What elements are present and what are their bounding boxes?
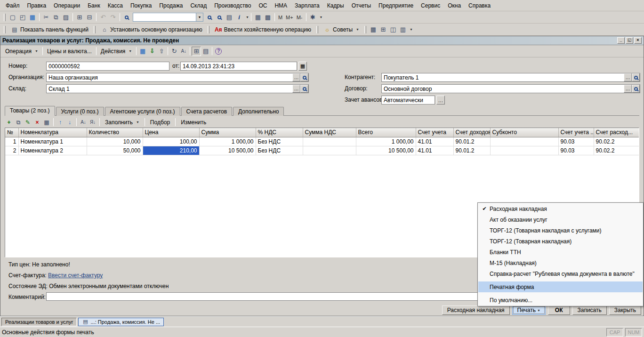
date-picker-button[interactable]: ▦ <box>298 62 307 71</box>
edit-row-icon[interactable]: ✎ <box>24 118 32 127</box>
memory-button[interactable]: М <box>277 13 284 22</box>
show-function-panel-button[interactable]: ▤ Показать панель функций <box>8 24 91 35</box>
print-menu-item[interactable]: ТОРГ-12 (Товарная накладная с услугами) <box>478 225 643 236</box>
advance-offset-field[interactable]: Автоматически <box>381 96 435 104</box>
column-header[interactable]: Всего <box>356 128 416 137</box>
add-row-icon[interactable]: + <box>5 118 13 127</box>
warehouse-ellipsis-button[interactable]: … <box>292 85 300 93</box>
tab[interactable]: Счета расчетов <box>181 107 233 116</box>
paste-icon[interactable]: ▨ <box>61 13 71 22</box>
column-header[interactable]: Субконто <box>490 128 558 137</box>
advance-offset-ellipsis-button[interactable]: … <box>436 96 445 104</box>
change-button[interactable]: Изменить <box>178 117 209 128</box>
menu-item[interactable]: Файл <box>2 0 24 11</box>
grid-settings-icon[interactable]: ▦ <box>42 118 51 127</box>
menu-item[interactable]: Склад <box>186 0 210 11</box>
post-document-icon[interactable]: ⇩ <box>147 47 157 56</box>
unpost-document-icon[interactable]: ⇧ <box>157 47 166 56</box>
table-cell[interactable]: 90.03 <box>558 146 594 155</box>
table-cell[interactable]: 1 000,00 <box>199 137 256 146</box>
date-field[interactable]: 14.09.2013 23:41:23 <box>180 62 297 71</box>
delete-row-icon[interactable]: × <box>33 118 41 127</box>
default-print-form-button[interactable]: Расходная накладная <box>442 305 510 315</box>
cut-icon[interactable]: ✂ <box>41 13 51 22</box>
column-header[interactable]: Счет расход... <box>594 128 639 137</box>
column-header[interactable]: Сумма <box>199 128 256 137</box>
pick-button[interactable]: Подбор <box>147 117 173 128</box>
menu-item[interactable]: Окна <box>444 0 465 11</box>
table-cell[interactable] <box>303 137 356 146</box>
table-row[interactable]: 1Номенклатура 110,000100,001 000,00Без Н… <box>5 137 639 146</box>
organization-field[interactable]: Наша организация … <box>46 73 309 82</box>
counterparty-lookup-button[interactable] <box>632 73 640 81</box>
column-header[interactable]: Сумма НДС <box>303 128 356 137</box>
table-cell[interactable]: 210,00 <box>143 146 199 155</box>
organization-value[interactable]: Наша организация <box>47 74 292 81</box>
table-cell[interactable]: 2 <box>5 146 18 155</box>
copy-row-icon[interactable]: ⧉ <box>14 118 23 127</box>
memory-minus-button[interactable]: М- <box>295 13 304 22</box>
tab[interactable]: Товары (2 поз.) <box>5 106 55 116</box>
tab[interactable]: Услуги (0 поз.) <box>56 107 104 116</box>
print-button[interactable]: Печать ▼ <box>512 305 546 315</box>
table-cell[interactable]: Номенклатура 2 <box>18 146 87 155</box>
table-cell[interactable]: 1 <box>5 137 18 146</box>
table-cell[interactable]: Номенклатура 1 <box>18 137 87 146</box>
menu-item[interactable]: Справка <box>465 0 494 11</box>
toolbar-grip[interactable] <box>208 26 209 33</box>
search-combo[interactable]: ▼ <box>133 13 203 22</box>
window-minimize-button[interactable]: _ <box>617 37 625 44</box>
counterparty-ellipsis-button[interactable]: … <box>624 73 632 81</box>
sort-icon[interactable]: А↓ <box>179 47 188 56</box>
tips-button[interactable]: ☼ Советы ▼ <box>321 24 362 35</box>
toolbar-grip[interactable] <box>4 14 6 21</box>
column-header[interactable]: Счет учета <box>416 128 453 137</box>
organization-ellipsis-button[interactable]: … <box>292 73 300 81</box>
contract-ellipsis-button[interactable]: … <box>624 85 632 93</box>
toolbar-grip[interactable] <box>364 26 366 33</box>
service-grid-icon[interactable]: ▥ <box>398 25 408 34</box>
number-field[interactable]: 0000000592 <box>46 62 169 71</box>
search-input[interactable] <box>133 14 196 21</box>
enter-operation-button[interactable]: Ая Ввести хозяйственную операцию <box>212 24 314 35</box>
memory-plus-button[interactable]: М+ <box>284 13 295 22</box>
move-down-icon[interactable]: ↓ <box>65 118 74 127</box>
table-cell[interactable]: 90.03 <box>558 137 594 146</box>
column-header[interactable]: Количество <box>87 128 143 137</box>
table-row[interactable]: 2Номенклатура 250,000210,0010 500,00Без … <box>5 146 639 155</box>
column-header[interactable]: Счет доходов <box>453 128 490 137</box>
column-header[interactable]: % НДС <box>256 128 303 137</box>
organization-lookup-button[interactable] <box>300 73 308 81</box>
new-document-icon[interactable]: ▢ <box>8 13 17 22</box>
tab[interactable]: Агентские услуги (0 поз.) <box>105 107 180 116</box>
copy-icon[interactable]: ⧉ <box>51 13 61 22</box>
pivot-table-icon[interactable]: ⊞ <box>378 25 388 34</box>
menu-item[interactable]: Отчеты <box>348 0 375 11</box>
column-header[interactable]: Номенклатура <box>18 128 87 137</box>
menu-item[interactable]: Банк <box>84 0 104 11</box>
menu-item[interactable]: Касса <box>104 0 127 11</box>
copy-to-buffer-icon[interactable]: ⊞ <box>75 13 84 22</box>
menu-item[interactable]: Операции <box>50 0 84 11</box>
menu-item[interactable]: Кадры <box>323 0 348 11</box>
write-button[interactable]: Записать <box>572 305 607 315</box>
menu-item[interactable]: Предприятие <box>375 0 417 11</box>
table-cell[interactable]: 90.02.2 <box>594 137 639 146</box>
toolbar-grip[interactable] <box>94 26 96 33</box>
counterparty-value[interactable]: Покупатель 1 <box>382 74 624 81</box>
prices-currency-button[interactable]: Цены и валюта... <box>44 46 95 56</box>
table-cell[interactable]: 90.01.2 <box>453 137 490 146</box>
compare-icon[interactable]: ◫ <box>388 25 398 34</box>
taskbar-window-button[interactable]: ▤ ...: Продажа, комиссия. Не ... <box>78 318 164 326</box>
toolbar-grip[interactable] <box>4 26 6 33</box>
find-previous-icon[interactable] <box>215 13 224 22</box>
tab[interactable]: Дополнительно <box>233 107 284 116</box>
service-dropdown-icon[interactable]: ▼ <box>410 28 413 31</box>
counterparty-field[interactable]: Покупатель 1 … <box>381 73 640 82</box>
table-cell[interactable]: 100,00 <box>143 137 199 146</box>
table-cell[interactable]: 1 000,00 <box>356 137 416 146</box>
window-restore-button[interactable]: ◱ <box>626 37 633 44</box>
warehouse-value[interactable]: Склад 1 <box>47 86 292 92</box>
info-dropdown-icon[interactable]: ▼ <box>246 16 249 19</box>
print-menu-item[interactable]: По умолчанию... <box>478 295 643 305</box>
